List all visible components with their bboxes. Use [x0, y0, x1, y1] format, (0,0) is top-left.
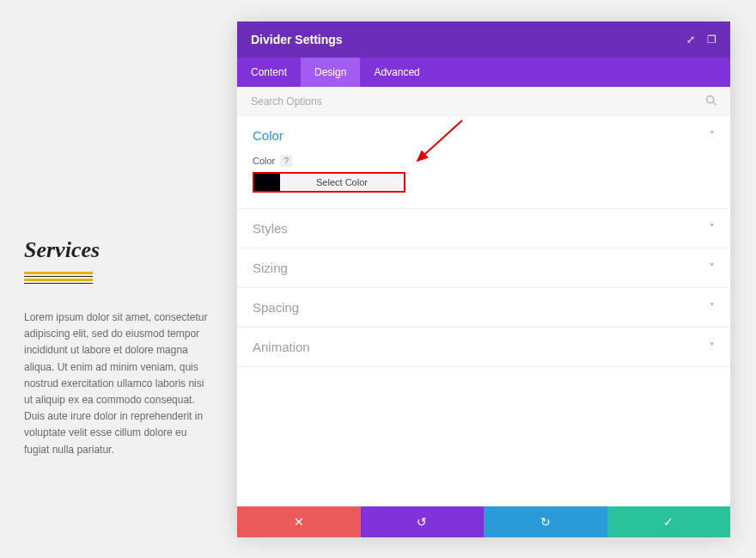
preview-body-text: Lorem ipsum dolor sit amet, consectetur … — [24, 310, 211, 458]
divider-preview — [24, 272, 93, 284]
section-styles: Styles ˅ — [237, 209, 730, 248]
svg-point-0 — [707, 95, 714, 102]
check-icon: ✓ — [663, 515, 674, 529]
section-sizing-label: Sizing — [253, 261, 710, 275]
section-color: Color ˄ Color ? Select Color — [237, 116, 730, 209]
chevron-down-icon: ˅ — [710, 262, 715, 273]
settings-body: Color ˄ Color ? Select Color Styles ˅ — [237, 116, 730, 506]
tab-content[interactable]: Content — [237, 58, 301, 87]
color-field-label: Color — [253, 156, 275, 166]
section-color-label: Color — [253, 128, 710, 143]
modal-footer: ✕ ↺ ↻ ✓ — [237, 506, 730, 537]
save-button[interactable]: ✓ — [607, 506, 731, 537]
search-row[interactable]: Search Options — [237, 87, 730, 116]
section-sizing: Sizing ˅ — [237, 248, 730, 288]
cancel-button[interactable]: ✕ — [237, 506, 361, 537]
section-animation: Animation ˅ — [237, 328, 730, 367]
chevron-down-icon: ˅ — [710, 223, 715, 234]
expand-icon[interactable]: ⤢ — [686, 34, 695, 46]
redo-button[interactable]: ↻ — [484, 506, 607, 537]
select-color-button[interactable]: Select Color — [253, 172, 405, 193]
preview-heading: Services — [24, 237, 211, 263]
close-icon: ✕ — [294, 515, 304, 529]
chevron-down-icon: ˅ — [710, 302, 715, 313]
panel-icon[interactable]: ❐ — [707, 34, 716, 46]
chevron-up-icon: ˄ — [710, 130, 715, 141]
color-swatch — [254, 174, 280, 191]
svg-line-1 — [713, 101, 716, 104]
undo-icon: ↺ — [417, 515, 427, 529]
tab-advanced[interactable]: Advanced — [360, 58, 433, 87]
section-color-toggle[interactable]: Color ˄ — [237, 116, 730, 155]
section-spacing-toggle[interactable]: Spacing ˅ — [237, 288, 730, 327]
undo-button[interactable]: ↺ — [361, 506, 485, 537]
section-styles-label: Styles — [253, 221, 710, 236]
page-preview: Services Lorem ipsum dolor sit amet, con… — [24, 237, 211, 458]
tab-bar: Content Design Advanced — [237, 58, 730, 87]
select-color-label: Select Color — [280, 174, 404, 191]
search-placeholder: Search Options — [251, 95, 322, 107]
section-spacing: Spacing ˅ — [237, 288, 730, 328]
section-spacing-label: Spacing — [253, 300, 710, 315]
modal-title: Divider Settings — [251, 33, 686, 46]
redo-icon: ↻ — [540, 515, 551, 529]
chevron-down-icon: ˅ — [710, 341, 715, 353]
section-animation-toggle[interactable]: Animation ˅ — [237, 328, 730, 366]
section-animation-label: Animation — [253, 340, 710, 354]
section-styles-toggle[interactable]: Styles ˅ — [237, 209, 730, 248]
help-icon[interactable]: ? — [280, 155, 292, 167]
search-icon[interactable] — [705, 95, 716, 108]
modal-header[interactable]: Divider Settings ⤢ ❐ — [237, 21, 730, 58]
divider-settings-modal: Divider Settings ⤢ ❐ Content Design Adva… — [237, 21, 730, 537]
section-sizing-toggle[interactable]: Sizing ˅ — [237, 248, 730, 287]
tab-design[interactable]: Design — [301, 58, 360, 87]
